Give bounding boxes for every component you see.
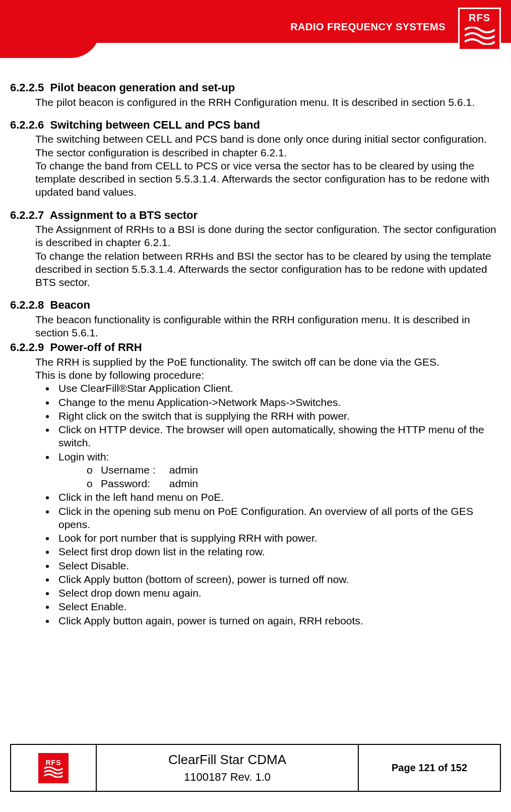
paragraph: To change the relation between RRHs and … bbox=[35, 250, 501, 289]
sublist-item: Username : admin bbox=[84, 463, 501, 477]
rfs-logo-small: RFS bbox=[38, 753, 69, 783]
section-number: 6.2.2.6 bbox=[10, 119, 44, 131]
list-item: Login with: Username : admin Password: a… bbox=[55, 450, 501, 491]
page-footer: RFS ClearFill Star CDMA 1100187 Rev. 1.0… bbox=[10, 744, 501, 792]
paragraph: The beacon functionality is configurable… bbox=[35, 313, 501, 340]
paragraph: The switching between CELL and PCS band … bbox=[35, 133, 501, 159]
list-item: Select drop down menu again. bbox=[55, 587, 501, 600]
footer-title-cell: ClearFill Star CDMA 1100187 Rev. 1.0 bbox=[97, 745, 359, 791]
list-item: Change to the menu Application->Network … bbox=[55, 396, 501, 409]
section-heading: 6.2.2.9 Power-off of RRH bbox=[10, 340, 501, 355]
paragraph: This is done by following procedure: bbox=[35, 369, 501, 382]
sublist-item: Password: admin bbox=[84, 477, 501, 490]
password-value: admin bbox=[169, 478, 198, 489]
footer-page-cell: Page 121 of 152 bbox=[359, 745, 500, 791]
rfs-logo-small-text: RFS bbox=[46, 759, 61, 767]
list-item: Click on HTTP device. The browser will o… bbox=[55, 423, 501, 450]
section-number: 6.2.2.8 bbox=[10, 299, 44, 311]
password-label: Password: bbox=[101, 477, 166, 490]
footer-logo-cell: RFS bbox=[11, 745, 97, 791]
paragraph: To change the band from CELL to PCS or v… bbox=[35, 159, 501, 199]
section-title: Beacon bbox=[50, 299, 90, 311]
document-revision: 1100187 Rev. 1.0 bbox=[184, 771, 271, 784]
section-title: Switching between CELL and PCS band bbox=[50, 119, 260, 131]
list-item: Click in the opening sub menu on PoE Con… bbox=[55, 505, 501, 532]
document-title: ClearFill Star CDMA bbox=[168, 752, 286, 768]
section-title: Assignment to a BTS sector bbox=[50, 209, 198, 221]
section-title: Power-off of RRH bbox=[50, 341, 142, 354]
username-label: Username : bbox=[101, 463, 166, 477]
page-number: Page 121 of 152 bbox=[392, 762, 467, 774]
section-heading: 6.2.2.5 Pilot beacon generation and set-… bbox=[10, 81, 501, 95]
section-number: 6.2.2.7 bbox=[10, 209, 44, 221]
section-heading: 6.2.2.7 Assignment to a BTS sector bbox=[10, 208, 501, 222]
list-item: Click Apply button again, power is turne… bbox=[55, 614, 501, 627]
brand-name: RADIO FREQUENCY SYSTEMS bbox=[290, 21, 445, 33]
list-item: Select Enable. bbox=[55, 600, 501, 613]
section-number: 6.2.2.5 bbox=[10, 81, 44, 94]
list-item: Select first drop down list in the relat… bbox=[55, 545, 501, 558]
rfs-logo: RFS bbox=[458, 8, 501, 50]
list-item: Right click on the switch that is supply… bbox=[55, 410, 501, 423]
paragraph: The pilot beacon is configured in the RR… bbox=[35, 96, 501, 109]
section-title: Pilot beacon generation and set-up bbox=[50, 81, 235, 94]
page-header: RADIO FREQUENCY SYSTEMS RFS bbox=[0, 0, 511, 61]
wave-icon bbox=[43, 767, 63, 778]
section-number: 6.2.2.9 bbox=[10, 341, 44, 354]
username-value: admin bbox=[169, 464, 198, 476]
login-sublist: Username : admin Password: admin bbox=[84, 463, 501, 491]
list-item: Look for port number that is supplying R… bbox=[55, 532, 501, 545]
rfs-logo-text: RFS bbox=[467, 12, 492, 24]
section-heading: 6.2.2.6 Switching between CELL and PCS b… bbox=[10, 118, 501, 132]
procedure-list: Use ClearFill®Star Application Client. C… bbox=[55, 382, 501, 627]
list-item: Use ClearFill®Star Application Client. bbox=[55, 382, 501, 395]
paragraph: The RRH is supplied by the PoE functiona… bbox=[35, 356, 501, 369]
list-item-text: Login with: bbox=[58, 451, 109, 462]
list-item: Select Disable. bbox=[55, 559, 501, 572]
list-item: Click in the left hand menu on PoE. bbox=[55, 491, 501, 504]
section-heading: 6.2.2.8 Beacon bbox=[10, 298, 501, 312]
paragraph: The Assignment of RRHs to a BSI is done … bbox=[35, 223, 501, 250]
list-item: Click Apply button (bottom of screen), p… bbox=[55, 573, 501, 586]
wave-icon bbox=[465, 27, 495, 45]
document-body: 6.2.2.5 Pilot beacon generation and set-… bbox=[10, 81, 501, 628]
